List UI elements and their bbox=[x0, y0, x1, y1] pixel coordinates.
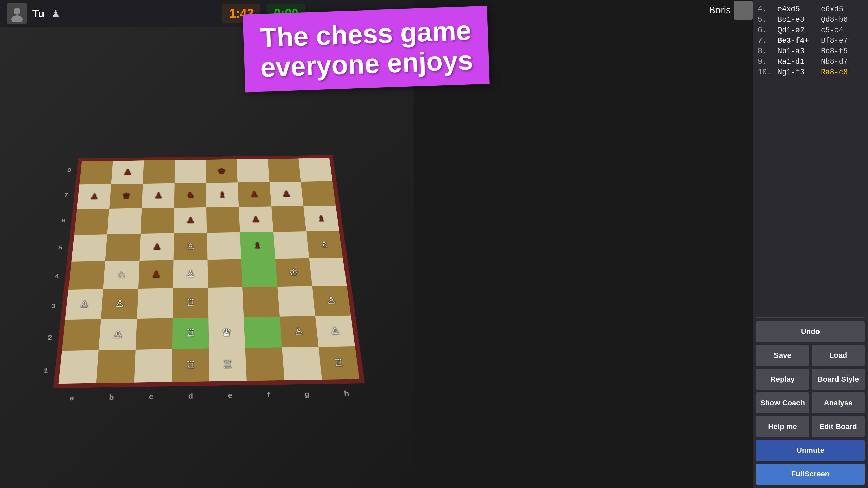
move-row-8: 8. Nb1-a3 Bc8-f5 bbox=[758, 47, 863, 56]
save-button[interactable]: Save bbox=[756, 345, 809, 366]
opponent-name: Boris bbox=[709, 5, 731, 16]
pawn-icon: ♟ bbox=[52, 8, 60, 19]
file-e: e bbox=[228, 391, 233, 400]
rank-6: 6 bbox=[61, 218, 65, 224]
cell-f8 bbox=[237, 159, 269, 183]
cell-a4 bbox=[68, 261, 105, 290]
move-5-black: Qd8-b6 bbox=[821, 16, 862, 24]
file-d: d bbox=[188, 392, 193, 400]
cell-e5 bbox=[207, 232, 241, 260]
move-7-black: Bf8-e7 bbox=[821, 37, 862, 45]
cell-g7: ♟ bbox=[269, 182, 303, 206]
cell-g4: ♔ bbox=[275, 258, 312, 287]
cell-h3: ♙ bbox=[312, 286, 351, 316]
cell-d1: ♖ bbox=[172, 348, 209, 382]
cell-g2: ♙ bbox=[280, 316, 319, 347]
cell-f6: ♟ bbox=[239, 206, 273, 232]
cell-g1 bbox=[282, 347, 322, 380]
cell-h7 bbox=[301, 181, 336, 206]
svg-point-0 bbox=[14, 8, 20, 15]
promo-banner: The chess game everyone enjoys bbox=[243, 6, 490, 93]
file-a: a bbox=[69, 394, 74, 402]
rank-7: 7 bbox=[64, 192, 68, 198]
load-button[interactable]: Load bbox=[812, 345, 865, 366]
cell-b8: ♟ bbox=[111, 160, 144, 184]
cell-h2: ♙ bbox=[315, 315, 355, 347]
file-g: g bbox=[304, 390, 310, 399]
file-b: b bbox=[109, 393, 114, 402]
cell-b3: ♙ bbox=[101, 289, 138, 319]
show-coach-button[interactable]: Show Coach bbox=[756, 392, 809, 413]
move-6-white: Qd1-e2 bbox=[777, 26, 818, 35]
cell-f5: ♝ bbox=[240, 232, 275, 259]
unmute-button[interactable]: Unmute bbox=[756, 440, 865, 461]
cell-f2 bbox=[244, 316, 282, 348]
player-avatar bbox=[7, 3, 27, 24]
file-labels: a b c d e f g h bbox=[52, 389, 367, 402]
cell-d3: ♖ bbox=[173, 288, 208, 318]
help-me-button[interactable]: Help me bbox=[756, 416, 809, 437]
cell-b2: ♙ bbox=[99, 319, 137, 350]
move-7-white: Be3-f4+ bbox=[777, 37, 818, 45]
rank-5: 5 bbox=[58, 244, 63, 251]
cell-h5: ♗ bbox=[306, 231, 343, 258]
cell-f7: ♟ bbox=[238, 182, 271, 207]
move-10-white: Ng1-f3 bbox=[777, 68, 818, 77]
cell-e2: ♛ bbox=[208, 317, 245, 348]
move-row-10: 10. Ng1-f3 Ra8-c8 bbox=[758, 68, 863, 77]
player-name: Tu bbox=[32, 7, 45, 20]
rank-4: 4 bbox=[55, 273, 59, 280]
undo-button[interactable]: Undo bbox=[756, 321, 865, 342]
move-9-black: Nb8-d7 bbox=[821, 58, 862, 66]
cell-e7: ♝ bbox=[206, 182, 239, 207]
cell-b7: ♛ bbox=[109, 184, 143, 208]
move-num-9: 9. bbox=[758, 58, 775, 66]
move-6-black: c5-c4 bbox=[821, 26, 862, 35]
cell-g3 bbox=[277, 286, 315, 317]
move-row-5: 5. Bc1-e3 Qd8-b6 bbox=[758, 16, 863, 24]
cell-c7: ♟ bbox=[142, 183, 175, 208]
cell-f3 bbox=[242, 287, 279, 317]
move-8-white: Nb1-a3 bbox=[777, 47, 818, 56]
cell-b1 bbox=[96, 350, 136, 383]
cell-a1 bbox=[59, 350, 99, 384]
move-row-7: 7. Be3-f4+ Bf8-e7 bbox=[758, 37, 863, 45]
replay-button[interactable]: Replay bbox=[756, 369, 809, 390]
cell-d7: ♞ bbox=[174, 183, 206, 208]
opponent-area: Boris bbox=[709, 0, 753, 20]
cell-h6: ♝ bbox=[303, 206, 339, 231]
move-num-8: 8. bbox=[758, 47, 775, 56]
right-panel: 4. e4xd5 e6xd5 5. Bc1-e3 Qd8-b6 6. Qd1-e… bbox=[753, 0, 868, 488]
cell-f1 bbox=[245, 347, 284, 381]
move-num-7: 7. bbox=[758, 37, 775, 45]
cell-e8: ♚ bbox=[206, 159, 238, 183]
move-8-black: Bc8-f5 bbox=[821, 47, 862, 56]
cell-g6 bbox=[271, 206, 306, 232]
cell-c2 bbox=[135, 318, 172, 350]
cell-h1: ♖ bbox=[318, 346, 359, 380]
cell-d6: ♟ bbox=[174, 207, 207, 233]
cell-a6 bbox=[74, 209, 110, 235]
rank-8: 8 bbox=[67, 167, 72, 173]
cell-f4 bbox=[241, 259, 277, 287]
opponent-avatar bbox=[734, 1, 753, 20]
board-visual: 8 7 6 5 4 3 2 1 ♟ ♚ ♟ ♛ ♟ ♞ ♝ ♟ bbox=[27, 143, 400, 444]
fullscreen-button[interactable]: FullScreen bbox=[756, 464, 865, 485]
rank-3: 3 bbox=[51, 303, 56, 310]
cell-h4 bbox=[309, 258, 347, 286]
board-style-button[interactable]: Board Style bbox=[812, 369, 865, 390]
cell-c3 bbox=[137, 288, 173, 319]
cell-g5 bbox=[273, 231, 309, 259]
file-h: h bbox=[343, 389, 349, 398]
move-row-6: 6. Qd1-e2 c5-c4 bbox=[758, 26, 863, 35]
cell-c5: ♟ bbox=[139, 233, 174, 261]
cell-d2: ♖ bbox=[172, 317, 209, 349]
analyse-button[interactable]: Analyse bbox=[812, 392, 865, 413]
rank-2: 2 bbox=[47, 334, 52, 342]
move-num-4: 4. bbox=[758, 5, 775, 14]
move-5-white: Bc1-e3 bbox=[777, 16, 818, 24]
move-num-6: 6. bbox=[758, 26, 775, 35]
edit-board-button[interactable]: Edit Board bbox=[812, 416, 865, 437]
file-c: c bbox=[149, 392, 153, 401]
move-row-9: 9. Ra1-d1 Nb8-d7 bbox=[758, 58, 863, 66]
